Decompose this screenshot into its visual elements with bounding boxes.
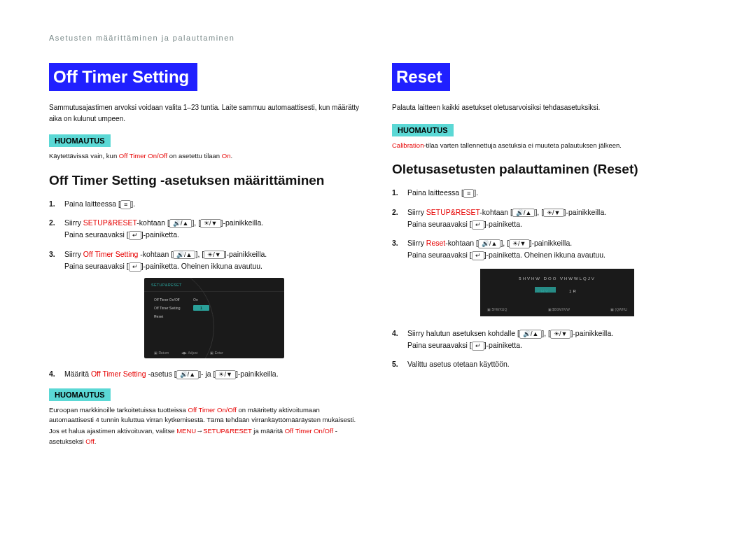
off-timer-steps: Paina laitteessa [≡]. Siirry SETUP&RESET… [49,198,364,381]
vol-up-icon: 🔊/▲ [512,209,535,218]
reset-notice-1: Calibration-tilaa varten tallennettuja a… [392,141,707,151]
off-timer-intro: Sammutusajastimen arvoksi voidaan valita… [49,102,364,124]
step-2: Siirry SETUP&RESET-kohtaan [🔊/▲], [☀/▼]-… [49,217,364,241]
reset-intro: Palauta laitteen kaikki asetukset oletus… [392,102,707,113]
bright-down-icon: ☀/▼ [550,330,570,339]
enter-icon: ↵ [472,220,484,230]
step-1: Paina laitteessa [≡]. [392,187,707,199]
bright-down-icon: ☀/▼ [204,251,224,260]
notice-label: HUOMAUTUS [49,134,111,147]
off-timer-notice-2: Euroopan markkinoille tarkoitetuissa tuo… [49,405,364,447]
osd-screenshot-offtimer: SETUP&RESET Off Timer On/OffOn Off Timer… [144,278,284,358]
bright-down-icon: ☀/▼ [215,370,235,379]
vol-up-icon: 🔊/▲ [169,219,192,228]
off-timer-subhead: Off Timer Setting -asetuksen määrittämin… [49,173,364,188]
section-title-reset: Reset [392,63,450,91]
reset-subhead: Oletusasetusten palauttaminen (Reset) [392,162,707,177]
bright-down-icon: ☀/▼ [200,219,220,228]
enter-icon: ↵ [129,262,141,272]
off-timer-notice-1: Käytettävissä vain, kun Off Timer On/Off… [49,151,364,162]
reset-steps: Paina laitteessa [≡]. Siirry SETUP&RESET… [392,187,707,371]
step-1: Paina laitteessa [≡]. [49,198,364,210]
vol-up-icon: 🔊/▲ [478,239,500,248]
step-5: Valittu asetus otetaan käyttöön. [392,358,707,370]
bright-down-icon: ☀/▼ [543,209,564,218]
step-3: Siirry Reset-kohtaan [🔊/▲], [☀/▼]-painik… [392,237,707,316]
enter-icon: ↵ [472,342,484,351]
section-title-off-timer: Off Timer Setting [49,63,197,91]
step-4: Siirry halutun asetuksen kohdalle [🔊/▲],… [392,328,707,352]
enter-icon: ↵ [129,231,141,240]
step-4: Määritä Off Timer Setting -asetus [🔊/▲]-… [49,368,364,380]
vol-up-icon: 🔊/▲ [519,330,542,339]
step-2: Siirry SETUP&RESET-kohtaan [🔊/▲], [☀/▼]-… [392,206,707,231]
two-column-layout: Off Timer Setting Sammutusajastimen arvo… [49,63,707,456]
page-header: Asetusten määrittäminen ja palauttaminen [49,34,707,42]
notice-label: HUOMAUTUS [49,388,111,401]
enter-icon: ↵ [472,251,484,260]
step-3: Siirry Off Timer Setting -kohtaan [🔊/▲],… [49,248,364,359]
bright-down-icon: ☀/▼ [509,239,529,248]
osd-screenshot-reset: 5HVHW DOO VHWWLQJV <HV1R 5HWXUQ $0GMXVW … [480,269,634,316]
vol-up-icon: 🔊/▲ [176,370,199,379]
column-left: Off Timer Setting Sammutusajastimen arvo… [49,63,364,456]
menu-icon: ≡ [463,189,474,198]
notice-label: HUOMAUTUS [392,124,454,136]
menu-icon: ≡ [120,200,131,209]
column-right: Reset Palauta laitteen kaikki asetukset … [392,63,707,456]
arrow-right-icon: → [196,426,203,437]
vol-up-icon: 🔊/▲ [173,251,195,260]
